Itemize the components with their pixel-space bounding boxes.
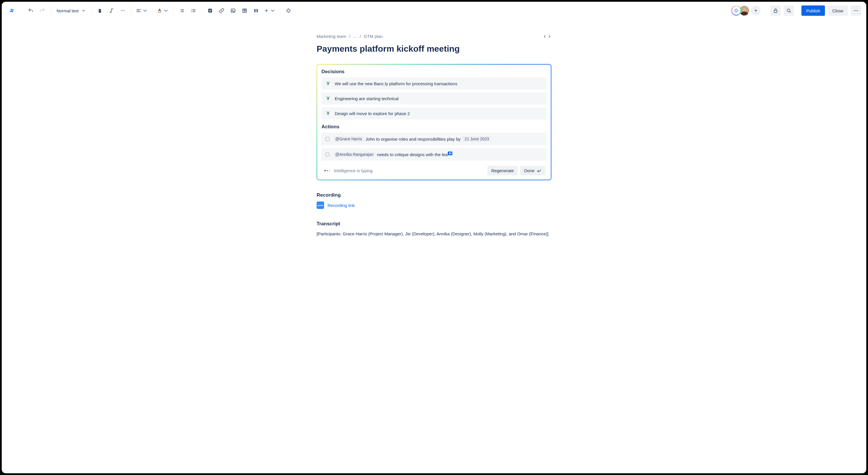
transcript-heading: Transcript	[317, 221, 551, 227]
breadcrumb: Marketing team / ... / GTM plan	[317, 34, 551, 39]
action-checkbox[interactable]	[326, 152, 330, 156]
text-color-dropdown[interactable]	[156, 6, 169, 15]
svg-point-14	[180, 11, 180, 12]
svg-point-10	[180, 9, 180, 10]
restrictions-icon[interactable]	[770, 5, 781, 16]
svg-point-36	[854, 10, 855, 11]
breadcrumb-leaf[interactable]: GTM plan	[364, 34, 383, 39]
more-actions-icon[interactable]	[851, 5, 861, 16]
add-collaborator-button[interactable]: +	[751, 6, 761, 15]
ai-avatar-icon[interactable]	[732, 6, 741, 15]
svg-rect-30	[256, 9, 257, 12]
transcript-body[interactable]: [Participants: Grace Harris (Project Man…	[317, 231, 551, 238]
image-icon[interactable]	[228, 6, 238, 15]
text-style-label: Normal text	[57, 8, 79, 13]
regenerate-button[interactable]: Regenerate	[487, 166, 518, 176]
table-icon[interactable]	[240, 6, 249, 15]
publish-button[interactable]: Publish	[801, 5, 825, 16]
breadcrumb-root[interactable]: Marketing team	[317, 34, 346, 39]
done-button[interactable]: Done	[520, 166, 546, 176]
editor-toolbar: Normal text 123	[2, 2, 866, 20]
recording-heading: Recording	[317, 192, 551, 198]
breadcrumb-mid[interactable]: ...	[353, 34, 357, 39]
svg-text:3: 3	[191, 11, 192, 12]
zoom-icon: zoom	[317, 201, 324, 209]
svg-rect-23	[231, 9, 235, 12]
recording-link[interactable]: Recording link	[328, 203, 355, 208]
decision-text: Design will move to explore for phase 2	[335, 111, 410, 116]
decision-icon	[326, 111, 331, 116]
typing-indicator-icon	[324, 170, 330, 171]
close-button[interactable]: Close	[828, 5, 848, 16]
svg-rect-22	[208, 9, 212, 12]
decision-row[interactable]: We will use the new Banc.ly platform for…	[321, 77, 547, 90]
bold-icon[interactable]	[95, 6, 105, 15]
svg-rect-25	[243, 9, 246, 12]
decision-icon	[326, 81, 331, 86]
decision-text: We will use the new Banc.ly platform for…	[335, 81, 457, 86]
svg-point-12	[180, 10, 180, 11]
decision-text: Engineering are starting technical	[335, 96, 399, 101]
action-item-icon[interactable]	[205, 6, 215, 15]
user-mention[interactable]: @Annika Rangarajan	[334, 152, 375, 157]
svg-point-37	[856, 10, 857, 11]
ai-panel-footer: Intelligence is typing Regenerate Done	[321, 164, 547, 177]
bullet-list-icon[interactable]	[177, 6, 187, 15]
link-icon[interactable]	[217, 6, 226, 15]
svg-rect-9	[158, 12, 161, 13]
action-text: John to organise roles and responsibilit…	[366, 137, 461, 141]
undo-icon[interactable]	[26, 6, 36, 15]
action-text: needs to critique designs with the lea	[377, 152, 447, 157]
actions-heading: Actions	[321, 124, 547, 130]
page-width-toggle[interactable]	[543, 34, 551, 38]
numbered-list-icon[interactable]: 123	[188, 6, 198, 15]
decision-row[interactable]: Engineering are starting technical	[321, 92, 547, 104]
text-style-dropdown[interactable]: Normal text	[54, 6, 88, 15]
svg-point-4	[122, 10, 123, 11]
action-checkbox[interactable]	[326, 137, 330, 141]
ai-panel: Decisions We will use the new Banc.ly pl…	[317, 64, 551, 180]
svg-point-3	[121, 10, 122, 11]
action-row[interactable]: @Annika Rangarajan needs to critique des…	[321, 148, 547, 161]
decision-row[interactable]: Design will move to explore for phase 2	[321, 107, 547, 119]
insert-dropdown[interactable]	[262, 6, 276, 15]
more-text-formatting-icon[interactable]	[118, 6, 128, 15]
confluence-logo-icon[interactable]	[7, 6, 17, 15]
enter-icon	[537, 168, 541, 173]
page-title[interactable]: Payments platform kickoff meeting	[317, 44, 551, 54]
svg-point-5	[124, 10, 125, 11]
action-row[interactable]: @Grace Harris John to organise roles and…	[321, 133, 547, 145]
typing-status: Intelligence is typing	[334, 168, 487, 173]
date-chip[interactable]: 21 June 2023	[462, 136, 491, 142]
ai-sparkle-icon[interactable]	[284, 6, 293, 15]
italic-icon[interactable]	[106, 6, 116, 15]
decision-icon	[326, 96, 331, 101]
user-mention[interactable]: @Grace Harris	[334, 136, 364, 142]
redo-icon[interactable]	[37, 6, 47, 15]
svg-line-0	[111, 9, 112, 12]
search-icon[interactable]	[784, 5, 794, 16]
svg-rect-33	[774, 10, 777, 12]
svg-line-35	[789, 11, 791, 12]
decisions-heading: Decisions	[321, 69, 547, 75]
svg-point-38	[857, 10, 858, 11]
layouts-icon[interactable]	[251, 6, 261, 15]
svg-rect-29	[254, 9, 255, 12]
avatar-stack: +	[732, 6, 761, 15]
recording-row: zoom Recording link	[317, 201, 551, 209]
toolbar-right: + Publish Close	[732, 5, 861, 16]
ai-badge: AI	[448, 152, 453, 155]
align-dropdown[interactable]	[135, 6, 149, 15]
